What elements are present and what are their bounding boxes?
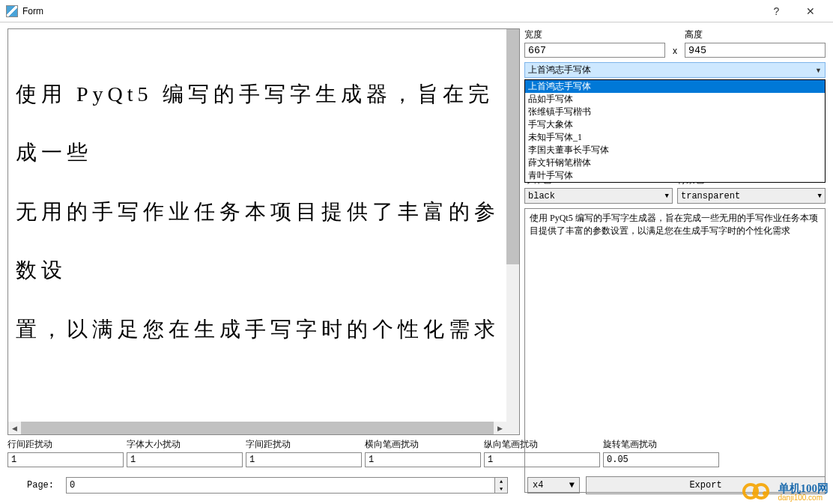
chevron-down-icon: ▼ — [818, 192, 822, 200]
perturb-input[interactable] — [246, 452, 362, 467]
width-input[interactable] — [524, 43, 665, 58]
page-spinbox[interactable]: 0 ▲▼ — [66, 477, 508, 494]
font-option[interactable]: 李国夫董事长手写体 — [525, 144, 825, 157]
perturbation-row: 行间距扰动字体大小扰动字间距扰动横向笔画扰动纵向笔画扰动旋转笔画扰动 — [7, 438, 520, 467]
dim-separator: x — [670, 46, 680, 58]
font-option[interactable]: 手写大象体 — [525, 118, 825, 131]
preview-text: 使用 PyQt5 编写的手写字生成器，旨在完成一些 无用的手写作业任务本项目提供… — [8, 29, 519, 374]
font-option[interactable]: 未知手写体_1 — [525, 131, 825, 144]
height-input[interactable] — [685, 43, 826, 58]
horizontal-scrollbar[interactable]: ◀ ▶ — [8, 422, 506, 434]
scroll-right-icon[interactable]: ▶ — [494, 422, 506, 434]
font-dropdown-list[interactable]: 上首鸿志手写体品如手写体张维镇手写楷书手写大象体未知手写体_1李国夫董事长手写体… — [524, 79, 826, 183]
spin-up-icon[interactable]: ▲ — [495, 478, 507, 485]
font-option[interactable]: 品如手写体 — [525, 93, 825, 106]
vertical-scrollbar[interactable] — [506, 29, 519, 422]
watermark: 单机100网 danji100.com — [742, 482, 829, 503]
font-option[interactable]: 青叶手写体 — [525, 169, 825, 182]
preview-area: 使用 PyQt5 编写的手写字生成器，旨在完成一些 无用的手写作业任务本项目提供… — [7, 28, 520, 435]
font-combo-value: 上首鸿志手写体 — [528, 64, 591, 76]
perturb-input[interactable] — [7, 452, 124, 467]
perturb-label: 行间距扰动 — [7, 438, 124, 451]
right-panel: 宽度 x 高度 上首鸿志手写体 ▼ 上首鸿志手写体品如手写体张维镇手写楷书手写大… — [520, 22, 833, 473]
scroll-left-icon[interactable]: ◀ — [8, 422, 21, 434]
description-textarea[interactable]: 使用 PyQt5 编写的手写字生成器，旨在完成一些无用的手写作业任务本项目提供了… — [524, 208, 826, 493]
close-button[interactable]: ✕ — [793, 1, 827, 22]
chevron-down-icon: ▼ — [665, 192, 669, 200]
help-button[interactable]: ? — [760, 1, 793, 22]
bg-color-combobox[interactable]: transparent▼ — [677, 188, 826, 204]
font-option[interactable]: 薛文轩钢笔楷体 — [525, 157, 825, 169]
width-label: 宽度 — [524, 28, 665, 41]
perturb-label: 字间距扰动 — [246, 438, 362, 451]
title-bar: Form ? ✕ — [0, 0, 833, 22]
font-combobox[interactable]: 上首鸿志手写体 ▼ — [524, 62, 826, 78]
font-color-combobox[interactable]: black▼ — [524, 188, 673, 204]
perturb-input[interactable] — [365, 452, 481, 467]
perturb-label: 字体大小扰动 — [127, 438, 243, 451]
height-label: 高度 — [685, 28, 826, 41]
window-title: Form — [22, 6, 760, 16]
perturb-input[interactable] — [127, 452, 243, 467]
chevron-down-icon: ▼ — [815, 67, 822, 74]
app-icon — [6, 5, 18, 17]
font-option[interactable]: 张维镇手写楷书 — [525, 106, 825, 118]
left-panel: 使用 PyQt5 编写的手写字生成器，旨在完成一些 无用的手写作业任务本项目提供… — [0, 22, 520, 473]
perturb-label: 横向笔画扰动 — [365, 438, 481, 451]
font-option[interactable]: 上首鸿志手写体 — [525, 80, 825, 93]
spin-down-icon[interactable]: ▼ — [495, 485, 507, 493]
page-label: Page: — [7, 480, 60, 491]
